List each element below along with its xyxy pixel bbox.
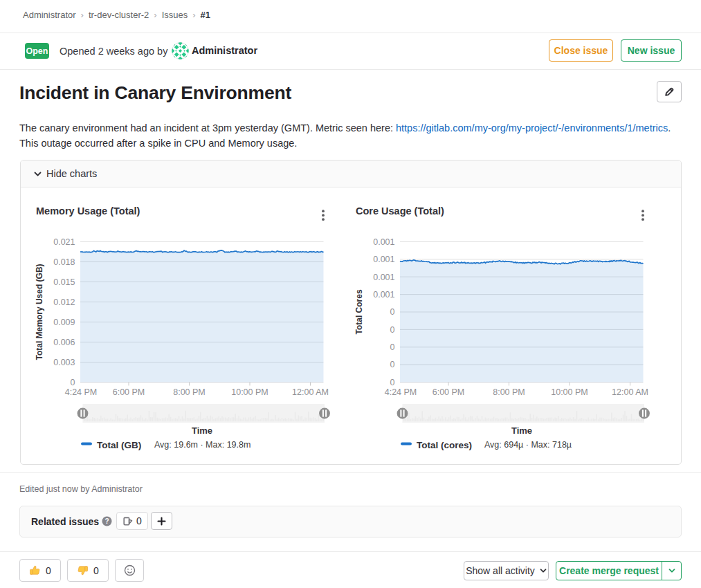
svg-text:0.012: 0.012 [53, 297, 75, 307]
svg-text:0: 0 [390, 360, 395, 369]
svg-text:?: ? [104, 517, 109, 525]
svg-text:0: 0 [390, 378, 395, 387]
svg-text:0.001: 0.001 [373, 237, 394, 247]
svg-text:8:00 PM: 8:00 PM [493, 387, 525, 397]
svg-text:8:00 PM: 8:00 PM [173, 387, 206, 397]
svg-text:Total Memory Used (GB): Total Memory Used (GB) [35, 264, 44, 360]
svg-text:Total (cores): Total (cores) [417, 440, 472, 450]
svg-text:4:24 PM: 4:24 PM [65, 387, 98, 397]
svg-text:Total Cores: Total Cores [354, 289, 364, 334]
svg-text:Avg: 19.6m · Max: 19.8m: Avg: 19.6m · Max: 19.8m [154, 440, 251, 450]
svg-text:0.001: 0.001 [373, 273, 394, 282]
svg-text:0.021: 0.021 [53, 237, 75, 247]
svg-text:Core Usage (Total): Core Usage (Total) [356, 205, 444, 217]
svg-text:0: 0 [390, 325, 395, 335]
svg-text:0.006: 0.006 [53, 338, 75, 347]
svg-text:4:24 PM: 4:24 PM [385, 387, 417, 397]
svg-text:6:00 PM: 6:00 PM [433, 387, 465, 397]
svg-text:0: 0 [71, 378, 75, 387]
svg-text:0.015: 0.015 [53, 277, 75, 287]
svg-text:0.009: 0.009 [53, 318, 75, 327]
svg-text:Memory Usage (Total): Memory Usage (Total) [36, 205, 140, 217]
svg-text:0: 0 [390, 307, 395, 317]
svg-text:0: 0 [390, 342, 395, 352]
svg-text:10:00 PM: 10:00 PM [551, 387, 588, 397]
svg-text:Time: Time [511, 425, 532, 436]
svg-text:Total (GB): Total (GB) [97, 440, 141, 450]
svg-text:Time: Time [192, 425, 212, 436]
svg-text:12:00 AM: 12:00 AM [292, 387, 329, 397]
svg-text:10:00 PM: 10:00 PM [231, 387, 268, 397]
svg-text:0.001: 0.001 [373, 255, 394, 264]
svg-text:12:00 AM: 12:00 AM [612, 387, 648, 397]
svg-text:0.003: 0.003 [53, 358, 75, 367]
svg-text:6:00 PM: 6:00 PM [113, 387, 145, 397]
svg-text:0.001: 0.001 [373, 290, 394, 300]
svg-text:0.018: 0.018 [53, 257, 75, 267]
svg-text:Avg: 694µ · Max: 718µ: Avg: 694µ · Max: 718µ [484, 440, 572, 450]
